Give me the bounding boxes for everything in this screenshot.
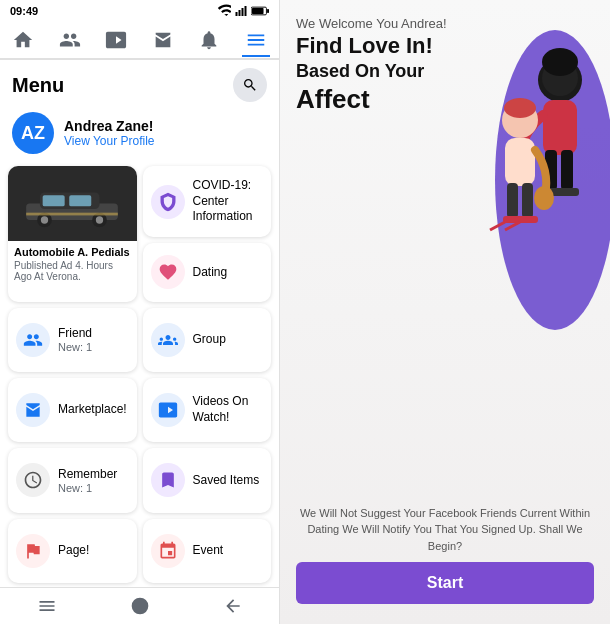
bookmark-icon: [158, 470, 178, 490]
videos-label: Videos On Watch!: [193, 394, 264, 425]
svg-point-27: [504, 98, 536, 118]
nav-menu[interactable]: [242, 29, 270, 57]
menu-header: Menu: [0, 60, 279, 106]
svg-rect-31: [522, 183, 533, 218]
svg-point-14: [96, 216, 103, 223]
car-listing-card[interactable]: Automobile A. Pedials Published Ad 4. Ho…: [8, 166, 137, 302]
svg-rect-9: [43, 195, 65, 206]
remember-card[interactable]: Remember New: 1: [8, 448, 137, 512]
dating-label: Dating: [193, 265, 228, 281]
nav-home[interactable]: [9, 26, 37, 54]
search-icon: [242, 77, 258, 93]
svg-point-16: [131, 598, 148, 615]
svg-rect-33: [518, 216, 538, 223]
friend-icon: [23, 330, 43, 350]
dating-illustration: [455, 20, 610, 340]
event-label: Event: [193, 543, 224, 559]
nav-friends[interactable]: [56, 26, 84, 54]
dating-icon-bg: [151, 255, 185, 289]
friend-info: Friend New: 1: [58, 326, 92, 354]
svg-rect-1: [239, 10, 241, 16]
group-icon: [158, 330, 178, 350]
menu-grid: Automobile A. Pedials Published Ad 4. Ho…: [0, 162, 279, 587]
remember-badge: New: 1: [58, 482, 117, 494]
svg-rect-21: [543, 100, 577, 155]
flag-icon: [23, 541, 43, 561]
svg-rect-23: [561, 150, 573, 190]
marketplace-card[interactable]: Marketplace!: [8, 378, 137, 442]
group-label: Group: [193, 332, 226, 348]
remember-label: Remember: [58, 467, 117, 483]
svg-rect-3: [245, 6, 247, 16]
car-image: [8, 166, 137, 241]
dating-bottom-text: We Will Not Suggest Your Facebook Friend…: [296, 505, 594, 555]
svg-rect-2: [242, 8, 244, 16]
remember-info: Remember New: 1: [58, 467, 117, 495]
svg-rect-15: [26, 213, 118, 216]
dating-bg: We Welcome You Andrea! Find Love In! Bas…: [280, 0, 610, 624]
event-card[interactable]: Event: [143, 519, 272, 583]
clock-icon: [23, 470, 43, 490]
svg-rect-10: [70, 195, 92, 206]
shield-icon: [158, 192, 178, 212]
svg-rect-5: [252, 8, 264, 14]
signal-icon: [235, 4, 247, 18]
svg-point-29: [534, 186, 554, 210]
event-icon-bg: [151, 534, 185, 568]
profile-subtext: View Your Profile: [64, 134, 155, 148]
page-label: Page!: [58, 543, 89, 559]
bottom-menu-icon[interactable]: [32, 596, 62, 616]
dating-card[interactable]: Dating: [143, 243, 272, 301]
group-icon-bg: [151, 323, 185, 357]
nav-bell[interactable]: [195, 26, 223, 54]
saved-icon-bg: [151, 463, 185, 497]
left-panel: 09:49 Menu: [0, 0, 280, 624]
right-panel: We Welcome You Andrea! Find Love In! Bas…: [280, 0, 610, 624]
friend-card[interactable]: Friend New: 1: [8, 308, 137, 372]
svg-point-20: [542, 48, 578, 76]
status-bar: 09:49: [0, 0, 279, 20]
svg-rect-28: [505, 138, 535, 186]
videos-card[interactable]: Videos On Watch!: [143, 378, 272, 442]
saved-items-card[interactable]: Saved Items: [143, 448, 272, 512]
wifi-icon: [217, 4, 231, 18]
videos-icon-bg: [151, 393, 185, 427]
nav-watch[interactable]: [102, 26, 130, 54]
bottom-back-icon[interactable]: [218, 596, 248, 616]
svg-rect-6: [267, 9, 269, 13]
store-icon: [23, 400, 43, 420]
bottom-home-icon[interactable]: [125, 596, 155, 616]
remember-icon-bg: [16, 463, 50, 497]
covid-icon-bg: [151, 185, 185, 219]
status-icons: [217, 4, 269, 18]
page-card[interactable]: Page!: [8, 519, 137, 583]
friend-label: Friend: [58, 326, 92, 342]
page-icon-bg: [16, 534, 50, 568]
car-body: Automobile A. Pedials Published Ad 4. Ho…: [8, 241, 137, 288]
marketplace-icon-bg: [16, 393, 50, 427]
video-icon: [158, 400, 178, 420]
car-subtitle: Published Ad 4. Hours Ago At Verona.: [14, 260, 131, 282]
profile-row[interactable]: AZ Andrea Zane! View Your Profile: [0, 106, 279, 162]
friend-badge: New: 1: [58, 341, 92, 353]
menu-title: Menu: [12, 74, 64, 97]
svg-rect-30: [507, 183, 518, 218]
car-illustration: [17, 176, 127, 231]
start-button[interactable]: Start: [296, 562, 594, 604]
search-button[interactable]: [233, 68, 267, 102]
bottom-nav: [0, 587, 279, 624]
nav-marketplace[interactable]: [149, 26, 177, 54]
time-display: 09:49: [10, 5, 38, 17]
svg-rect-25: [557, 188, 579, 196]
group-card[interactable]: Group: [143, 308, 272, 372]
heart-icon: [158, 262, 178, 282]
profile-name: Andrea Zane!: [64, 118, 155, 134]
battery-icon: [251, 5, 269, 17]
covid-card[interactable]: COVID-19: Center Information: [143, 166, 272, 237]
profile-info: Andrea Zane! View Your Profile: [64, 118, 155, 148]
nav-bar: [0, 20, 279, 60]
friend-icon-bg: [16, 323, 50, 357]
saved-items-label: Saved Items: [193, 473, 260, 489]
svg-rect-0: [236, 12, 238, 16]
event-icon: [158, 541, 178, 561]
